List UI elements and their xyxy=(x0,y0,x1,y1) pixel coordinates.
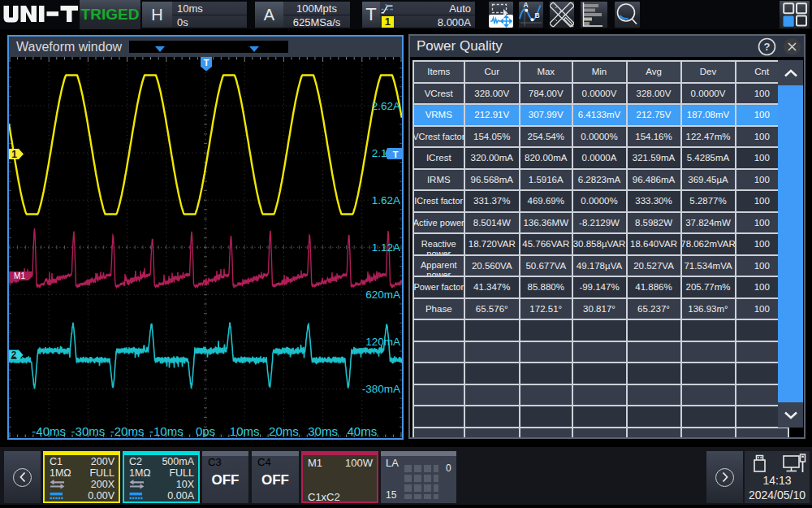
svg-text:620mA: 620mA xyxy=(365,289,400,301)
svg-text:40ms: 40ms xyxy=(347,424,377,438)
svg-text:2: 2 xyxy=(11,350,16,359)
svg-text:-40ms: -40ms xyxy=(32,424,66,438)
svg-text:2.62A: 2.62A xyxy=(372,100,400,112)
svg-text:-380mA: -380mA xyxy=(362,383,400,395)
svg-text:M1: M1 xyxy=(14,271,25,280)
svg-text:T: T xyxy=(393,150,399,159)
svg-text:T: T xyxy=(204,58,209,67)
svg-text:-30ms: -30ms xyxy=(71,424,106,438)
svg-text:0ps: 0ps xyxy=(196,424,215,438)
svg-text:120mA: 120mA xyxy=(365,336,400,348)
svg-text:30ms: 30ms xyxy=(308,424,338,438)
svg-text:1.62A: 1.62A xyxy=(372,194,400,206)
svg-text:B: B xyxy=(535,11,540,20)
svg-text:-10ms: -10ms xyxy=(149,424,184,438)
svg-text:A: A xyxy=(524,2,529,9)
svg-text:20ms: 20ms xyxy=(269,424,299,438)
svg-text:1.12A: 1.12A xyxy=(372,241,400,254)
svg-text:?: ? xyxy=(764,41,771,53)
svg-text:10ms: 10ms xyxy=(230,424,260,438)
svg-text:1: 1 xyxy=(11,149,17,160)
svg-text:-20ms: -20ms xyxy=(110,424,145,438)
